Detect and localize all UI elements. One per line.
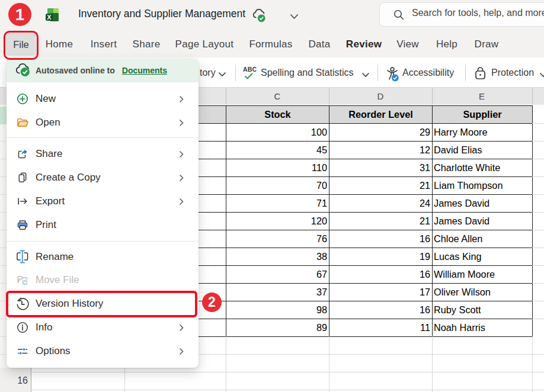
svg-text:X: X [47, 14, 52, 21]
